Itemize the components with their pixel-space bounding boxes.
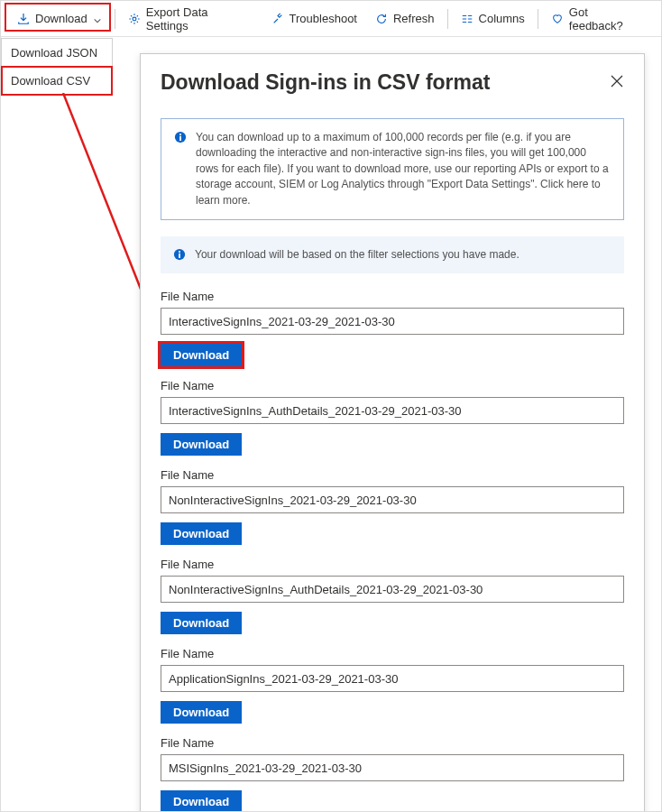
troubleshoot-label: Troubleshoot — [290, 12, 357, 25]
feedback-label: Got feedback? — [569, 5, 645, 32]
separator — [115, 9, 115, 29]
file-name-input[interactable] — [161, 308, 624, 335]
download-file-button[interactable]: Download — [161, 433, 242, 456]
info-text: Your download will be based on the filte… — [195, 247, 519, 263]
info-filter-note: Your download will be based on the filte… — [161, 236, 624, 273]
download-icon — [17, 13, 30, 25]
refresh-button[interactable]: Refresh — [366, 6, 444, 31]
svg-point-3 — [179, 134, 181, 135]
export-data-settings-button[interactable]: Export Data Settings — [119, 0, 262, 38]
download-dropdown: Download JSON Download CSV — [1, 38, 113, 96]
close-icon — [610, 74, 624, 88]
file-name-input[interactable] — [161, 665, 624, 692]
download-csv-item[interactable]: Download CSV — [2, 67, 112, 95]
file-name-input[interactable] — [161, 486, 624, 513]
download-file-button[interactable]: Download — [161, 701, 242, 724]
feedback-button[interactable]: Got feedback? — [542, 0, 654, 38]
file-name-label: File Name — [161, 379, 624, 392]
columns-button[interactable]: Columns — [452, 6, 534, 31]
download-file-button[interactable]: Download — [161, 790, 242, 812]
file-block-0: File Name Download — [161, 290, 624, 366]
info-records-limit: You can download up to a maximum of 100,… — [161, 118, 624, 220]
svg-point-0 — [133, 17, 136, 21]
svg-rect-7 — [179, 254, 180, 258]
download-file-button[interactable]: Download — [161, 344, 242, 366]
download-csv-panel: Download Sign-ins in CSV format You can … — [140, 53, 645, 812]
info-icon — [174, 131, 187, 143]
refresh-icon — [375, 13, 388, 25]
panel-header: Download Sign-ins in CSV format — [161, 70, 624, 95]
export-label: Export Data Settings — [146, 5, 253, 32]
file-block-3: File Name Download — [161, 558, 624, 634]
separator — [538, 9, 538, 29]
heart-icon — [551, 13, 564, 25]
download-file-button[interactable]: Download — [161, 522, 242, 545]
download-label: Download — [35, 12, 87, 25]
file-block-5: File Name Download — [161, 736, 624, 812]
troubleshoot-button[interactable]: Troubleshoot — [262, 6, 366, 31]
separator — [447, 9, 448, 29]
refresh-label: Refresh — [393, 12, 435, 25]
file-name-label: File Name — [161, 290, 624, 303]
file-name-label: File Name — [161, 736, 624, 750]
gear-icon — [128, 13, 141, 25]
file-block-4: File Name Download — [161, 647, 624, 724]
svg-rect-4 — [179, 136, 181, 141]
file-block-1: File Name Download — [161, 379, 624, 456]
svg-point-6 — [179, 251, 180, 253]
download-file-button[interactable]: Download — [161, 612, 242, 634]
file-name-label: File Name — [161, 468, 624, 482]
columns-icon — [461, 13, 474, 25]
download-button[interactable]: Download — [8, 6, 111, 31]
columns-label: Columns — [479, 12, 525, 25]
toolbar: Download Export Data Settings Troublesho… — [1, 1, 661, 37]
file-block-2: File Name Download — [161, 468, 624, 545]
panel-title: Download Sign-ins in CSV format — [161, 70, 490, 95]
chevron-down-icon — [93, 14, 102, 23]
file-name-label: File Name — [161, 558, 624, 571]
file-name-label: File Name — [161, 647, 624, 660]
file-name-input[interactable] — [161, 576, 624, 603]
file-name-input[interactable] — [161, 397, 624, 424]
wrench-icon — [271, 13, 284, 25]
download-json-item[interactable]: Download JSON — [2, 39, 112, 67]
file-name-input[interactable] — [161, 754, 624, 781]
close-button[interactable] — [610, 74, 624, 88]
info-icon — [173, 248, 186, 261]
info-text: You can download up to a maximum of 100,… — [196, 130, 611, 208]
